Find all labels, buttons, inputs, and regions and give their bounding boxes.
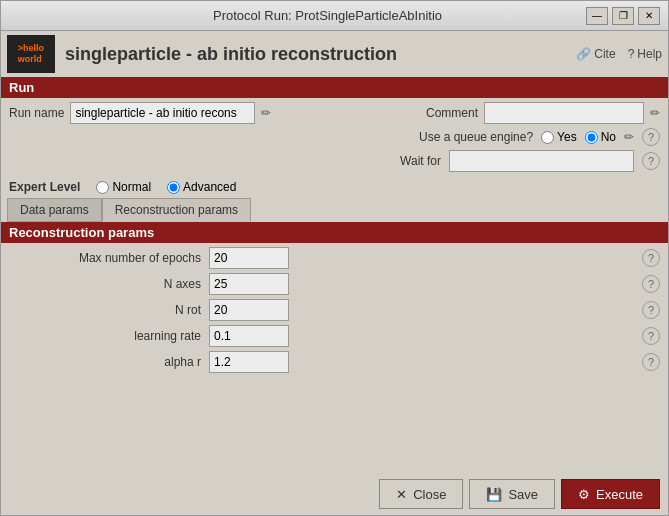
params-table: Max number of epochs ? N axes ? N rot ? … [1,243,668,381]
run-name-row: Run name ✏ Comment ✏ [1,98,668,128]
logo-line1: >hello [18,43,44,54]
param-row-max-epochs: Max number of epochs ? [1,247,668,269]
minimize-button[interactable]: — [586,7,608,25]
normal-radio[interactable] [96,181,109,194]
cite-link[interactable]: 🔗 Cite [576,47,615,61]
queue-edit-icon[interactable]: ✏ [624,130,634,144]
header-links: 🔗 Cite ? Help [576,47,662,61]
param-row-alpha: alpha r ? [1,351,668,373]
max-epochs-label: Max number of epochs [9,251,209,265]
main-window: Protocol Run: ProtSingleParticleAbInitio… [0,0,669,516]
comment-input[interactable] [484,102,644,124]
bottom-buttons: ✕ Close 💾 Save ⚙ Execute [1,473,668,515]
alpha-input[interactable] [209,351,289,373]
cite-icon: 🔗 [576,47,591,61]
expert-row: Expert Level Normal Advanced [1,176,668,198]
waitfor-label: Wait for [400,154,441,168]
save-icon: 💾 [486,487,502,502]
advanced-label[interactable]: Advanced [167,180,236,194]
run-name-input[interactable] [70,102,255,124]
waitfor-help-icon[interactable]: ? [642,152,660,170]
queue-yes-label[interactable]: Yes [541,130,577,144]
queue-no-label[interactable]: No [585,130,616,144]
execute-gear-icon: ⚙ [578,487,590,502]
execute-button[interactable]: ⚙ Execute [561,479,660,509]
learning-rate-help-icon[interactable]: ? [642,327,660,345]
title-bar: Protocol Run: ProtSingleParticleAbInitio… [1,1,668,31]
params-section: Max number of epochs ? N axes ? N rot ? … [1,243,668,473]
window-controls: — ❐ ✕ [586,7,660,25]
alpha-help-icon[interactable]: ? [642,353,660,371]
queue-help-icon[interactable]: ? [642,128,660,146]
run-name-edit-icon[interactable]: ✏ [261,106,271,120]
app-logo: >hello world [7,35,55,73]
logo-line2: world [18,54,44,65]
param-row-n-axes: N axes ? [1,273,668,295]
reconstruction-section-header: Reconstruction params [1,222,668,243]
app-title: singleparticle - ab initio reconstructio… [65,44,576,65]
n-axes-label: N axes [9,277,209,291]
queue-yes-radio[interactable] [541,131,554,144]
run-name-label: Run name [9,106,64,120]
n-rot-label: N rot [9,303,209,317]
restore-button[interactable]: ❐ [612,7,634,25]
run-section-header: Run [1,77,668,98]
n-rot-help-icon[interactable]: ? [642,301,660,319]
comment-edit-icon[interactable]: ✏ [650,106,660,120]
app-header: >hello world singleparticle - ab initio … [1,31,668,77]
waitfor-row: Wait for ? [1,150,668,172]
save-button[interactable]: 💾 Save [469,479,555,509]
queue-no-radio[interactable] [585,131,598,144]
expert-label: Expert Level [9,180,80,194]
queue-label: Use a queue engine? [419,130,533,144]
close-x-icon: ✕ [396,487,407,502]
queue-row: Use a queue engine? Yes No ✏ ? [1,128,668,146]
alpha-label: alpha r [9,355,209,369]
max-epochs-help-icon[interactable]: ? [642,249,660,267]
advanced-radio[interactable] [167,181,180,194]
help-link[interactable]: ? Help [628,47,662,61]
n-axes-input[interactable] [209,273,289,295]
help-circle-icon: ? [628,47,635,61]
window-close-button[interactable]: ✕ [638,7,660,25]
param-row-learning-rate: learning rate ? [1,325,668,347]
n-axes-help-icon[interactable]: ? [642,275,660,293]
normal-label[interactable]: Normal [96,180,151,194]
waitfor-input[interactable] [449,150,634,172]
max-epochs-input[interactable] [209,247,289,269]
param-row-n-rot: N rot ? [1,299,668,321]
comment-label: Comment [426,106,478,120]
n-rot-input[interactable] [209,299,289,321]
tabs-row: Data params Reconstruction params [1,198,668,222]
learning-rate-label: learning rate [9,329,209,343]
close-button[interactable]: ✕ Close [379,479,463,509]
tab-data-params[interactable]: Data params [7,198,102,222]
learning-rate-input[interactable] [209,325,289,347]
window-title: Protocol Run: ProtSingleParticleAbInitio [69,8,586,23]
tab-reconstruction-params[interactable]: Reconstruction params [102,198,251,222]
